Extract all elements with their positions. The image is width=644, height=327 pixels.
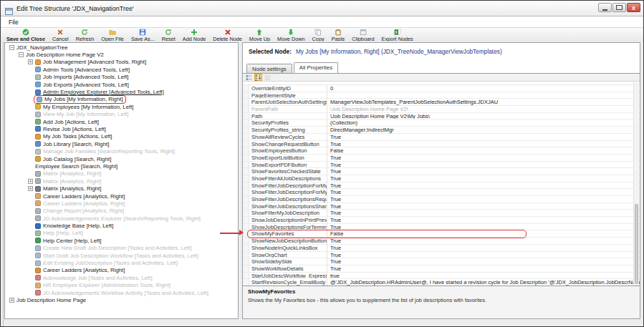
property-value[interactable]: DirectManager;IndirectMgr	[327, 127, 640, 133]
toolbar-button-reset[interactable]: Reset	[158, 29, 179, 42]
property-value[interactable]: True	[327, 141, 640, 147]
property-grid-scrollbar[interactable]	[633, 82, 639, 285]
tree-item[interactable]: Edit Existing JobDescription [Tasks and …	[5, 259, 238, 266]
property-row[interactable]: ShowJobDescriptionInPrintPreviewModeTrue	[243, 217, 640, 224]
tree-item[interactable]: −JDX_NavigationTree	[5, 44, 238, 51]
tree-item[interactable]: Matrix [Analytics, Right]	[5, 170, 238, 177]
property-row[interactable]: ShowJobDescriptionsForTerminatedEmploTru…	[243, 224, 640, 231]
property-value[interactable]: False	[327, 147, 640, 154]
tree-item[interactable]: Job Library [Search, Right]	[5, 140, 238, 147]
property-row[interactable]: ShowFilterJobDescriptionsRequiringMyRevT…	[243, 196, 640, 203]
property-row[interactable]: ShowNewJobDescriptionButtonTrue	[243, 238, 640, 245]
toolbar-button-paste[interactable]: Paste	[328, 29, 349, 42]
property-row[interactable]: ShowFilterAllJobDescriptionsTrue	[243, 175, 640, 182]
toolbar-button-copy[interactable]: Copy	[309, 29, 328, 42]
toolbar-button-move-down[interactable]: Move Down	[274, 29, 309, 42]
tree-item[interactable]: Career Ladders [Analytics, Right]	[5, 200, 238, 207]
property-row[interactable]: ShowSidebySideTrue	[243, 258, 640, 265]
tree-item[interactable]: My Jobs [My Information, Right]	[5, 96, 238, 103]
toolbar-button-refresh[interactable]: Refresh	[72, 29, 98, 42]
tree-item[interactable]: +Job Management [Advanced Tools, Right]	[5, 59, 238, 66]
property-value[interactable]: True	[327, 189, 640, 195]
minimize-button[interactable]	[598, 3, 612, 12]
toolbar-button-open-file[interactable]: Open File	[97, 29, 128, 42]
toolbar-button-add-node[interactable]: Add Node	[179, 29, 209, 42]
property-row[interactable]: ShowFavoritesCheckedStateTrue	[243, 168, 640, 175]
property-row[interactable]: ShowFilterJobDescriptionForMyDirectRepoT…	[243, 182, 640, 190]
tree-item[interactable]: Career Ladders [Analytics, Right]	[5, 267, 238, 274]
tree-item[interactable]: Job Imports [Advanced Tools, Left]	[5, 74, 238, 81]
property-value[interactable]	[327, 92, 640, 99]
tree-item[interactable]: Employee Search [Search, Right]	[5, 162, 238, 170]
property-value[interactable]: False	[327, 230, 640, 237]
toolbar-button-save-and-close[interactable]: Save and Close	[3, 29, 49, 42]
property-row[interactable]: ShowAllReviewCyclesTrue	[243, 134, 640, 141]
property-value[interactable]: True	[327, 175, 640, 182]
tab-node-settings[interactable]: Node settings	[246, 64, 292, 73]
tree-item[interactable]: Add Job [Actions, Left]	[5, 118, 238, 125]
tree-item[interactable]: HR Employee Explorer [Administration Too…	[5, 282, 238, 289]
tree-item[interactable]: +Matrix [Analytics, Right]	[5, 177, 238, 185]
tree-item[interactable]: Revise Job [Actions, Left]	[5, 125, 238, 132]
tree-item[interactable]: View My Job [My Information, Left]	[5, 111, 238, 118]
property-value[interactable]: true	[327, 273, 640, 279]
property-row[interactable]: ShowExportPDFButtonTrue	[243, 162, 640, 169]
property-value[interactable]: ManagerViewJobTemplates_ParentJobSelecti…	[327, 99, 640, 105]
expand-icon[interactable]: +	[9, 298, 14, 303]
maximize-button[interactable]	[612, 3, 626, 12]
toolbar-button-delete-node[interactable]: Delete Node	[209, 29, 246, 42]
property-value[interactable]: \Job Description Home Page V2\	[327, 106, 640, 112]
property-row[interactable]: ShowEmployeesButtonFalse	[243, 147, 640, 155]
sort-alphabetical-icon[interactable]: AZ	[254, 74, 262, 81]
toolbar-button-cancel[interactable]: Cancel	[49, 29, 72, 42]
toolbar-button-export-nodes[interactable]: Export Nodes	[378, 29, 417, 42]
property-value[interactable]: True	[327, 224, 640, 230]
property-value[interactable]: True	[327, 265, 640, 272]
property-row[interactable]: StartJobDescWorkflow_Expressiontrue	[243, 273, 640, 280]
property-row[interactable]: ParentJobSelectionAuthSettingsManagerVie…	[243, 99, 640, 106]
property-value[interactable]: True	[327, 155, 640, 161]
tree-item[interactable]: Create New Draft Job Description [Tasks …	[5, 245, 238, 252]
tree-item[interactable]: Start Draft Job Description Workflow [Ta…	[5, 252, 238, 259]
tree-item[interactable]: −Job Description Home Page V2	[5, 51, 238, 58]
property-value[interactable]: True	[327, 182, 640, 189]
property-value[interactable]: 0	[327, 85, 640, 92]
property-row[interactable]: ShowOrgChartTrue	[243, 252, 640, 259]
expand-icon[interactable]: +	[28, 179, 33, 184]
tree-item[interactable]: My Job Tasks [Actions, Left]	[5, 133, 238, 140]
close-button[interactable]	[627, 3, 640, 12]
property-value[interactable]: True	[327, 245, 640, 251]
tree-item[interactable]: Job Catalog [Search, Right]	[5, 155, 238, 162]
property-row[interactable]: ShowNodeInQuickLinksBoxTrue	[243, 245, 640, 252]
property-row[interactable]: PageElementStyle	[243, 92, 640, 99]
property-value[interactable]: \Job Description Home Page V2\My Jobs\	[327, 113, 640, 119]
expand-icon[interactable]: +	[28, 186, 33, 191]
property-value[interactable]: True	[327, 196, 640, 202]
property-value[interactable]: True	[327, 217, 640, 223]
tree-item[interactable]: Knowledge Base [Help, Left]	[5, 222, 238, 229]
toolbar-button-clipboard[interactable]: Clipboard	[348, 29, 378, 42]
tree-item[interactable]: Help Center [Help, Left]	[5, 237, 238, 244]
property-row[interactable]: ShowWorkflowDetailsTrue	[243, 265, 640, 273]
property-row[interactable]: ShowMyFavoritesFalse	[243, 230, 640, 238]
property-row[interactable]: ShowFilterJobDescriptionsSharedWithMeTru…	[243, 203, 640, 210]
property-row[interactable]: SecurityProfiles(Collection)	[243, 119, 640, 127]
tree-item[interactable]: JD Acknowledgements Workflow Activity [T…	[5, 289, 238, 296]
property-row[interactable]: OverrideEntityID0	[243, 85, 640, 92]
tree-item[interactable]: Help [Help, Left]	[5, 230, 238, 237]
property-value[interactable]: True	[327, 203, 640, 210]
tree-item[interactable]: Manage Job Families [Search/Reporting To…	[5, 147, 238, 155]
property-row[interactable]: ShowFilterJobDescriptionForMyInDirectReT…	[243, 189, 640, 196]
tree-item[interactable]: Career Ladders [Analytics, Right]	[5, 192, 238, 200]
property-row[interactable]: Path\Job Description Home Page V2\My Job…	[243, 113, 640, 120]
collapse-icon[interactable]: −	[19, 52, 24, 57]
tree-item[interactable]: Acknowledge Job [Tasks and Activities, L…	[5, 274, 238, 281]
menu-file[interactable]: File	[6, 19, 21, 26]
property-value[interactable]: True	[327, 162, 640, 168]
property-value[interactable]: (Collection)	[327, 119, 640, 126]
property-value[interactable]: True	[327, 238, 640, 244]
tree-item[interactable]: +Job Description Home Page	[5, 296, 238, 303]
property-row[interactable]: ShowExportListButtonTrue	[243, 155, 640, 162]
tree-item[interactable]: +Matrix [Analytics, Right]	[5, 185, 238, 192]
property-row[interactable]: StartRevisionCycle_EmailBody@'JDX_JobDes…	[243, 279, 640, 285]
